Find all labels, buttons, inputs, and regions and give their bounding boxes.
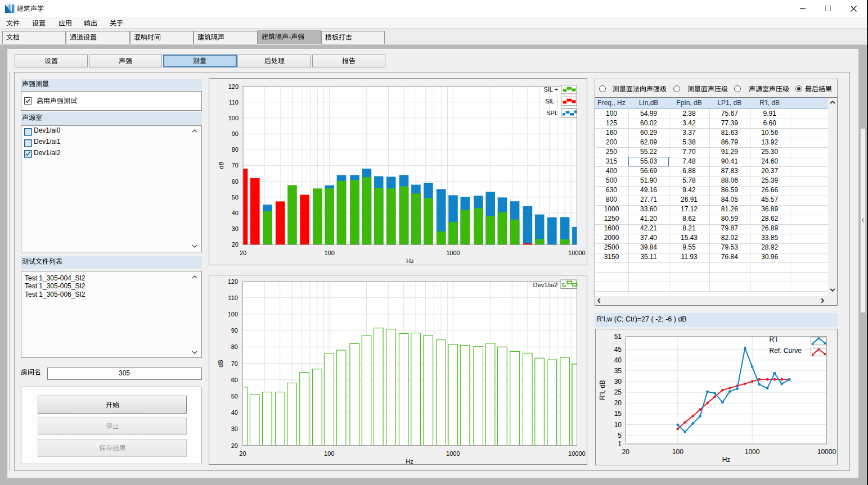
- svg-text:30: 30: [232, 225, 239, 232]
- svg-text:50: 50: [231, 392, 238, 399]
- svg-text:120: 120: [228, 83, 239, 90]
- svg-text:R'I, dB: R'I, dB: [599, 380, 606, 400]
- svg-text:SIL +: SIL +: [543, 86, 558, 93]
- svg-text:30: 30: [614, 377, 622, 385]
- svg-text:Hz: Hz: [722, 456, 731, 464]
- svg-text:70: 70: [231, 360, 238, 366]
- svg-text:10000: 10000: [817, 448, 836, 456]
- svg-text:10000: 10000: [568, 450, 586, 456]
- svg-text:Ref. Curve: Ref. Curve: [770, 347, 802, 355]
- svg-text:80: 80: [232, 146, 239, 153]
- svg-text:110: 110: [228, 99, 239, 106]
- svg-text:Hz: Hz: [406, 457, 413, 464]
- svg-text:110: 110: [228, 294, 238, 301]
- svg-text:10: 10: [614, 420, 622, 428]
- svg-text:5: 5: [618, 431, 622, 439]
- svg-text:Dev1/ai2: Dev1/ai2: [533, 282, 557, 288]
- svg-text:SPL: SPL: [546, 110, 558, 116]
- svg-text:70: 70: [232, 162, 239, 169]
- svg-text:60: 60: [231, 376, 238, 383]
- svg-text:40: 40: [232, 210, 239, 216]
- svg-text:15: 15: [614, 410, 622, 418]
- svg-text:40: 40: [614, 356, 622, 364]
- svg-text:45: 45: [614, 345, 622, 353]
- svg-text:90: 90: [231, 327, 238, 334]
- svg-text:120: 120: [228, 278, 238, 284]
- svg-text:1000: 1000: [745, 448, 760, 456]
- svg-text:1000: 1000: [446, 250, 460, 256]
- svg-text:100: 100: [228, 115, 239, 121]
- svg-text:1000: 1000: [446, 450, 460, 456]
- svg-text:Hz: Hz: [406, 257, 413, 264]
- svg-text:50: 50: [232, 194, 239, 201]
- svg-text:R'I: R'I: [770, 336, 777, 343]
- svg-text:20: 20: [231, 442, 238, 448]
- svg-text:80: 80: [231, 343, 238, 350]
- svg-text:51: 51: [614, 332, 622, 340]
- svg-text:100: 100: [324, 450, 334, 456]
- svg-text:90: 90: [232, 130, 239, 137]
- svg-text:60: 60: [232, 178, 239, 185]
- svg-text:20: 20: [239, 450, 246, 456]
- svg-text:20: 20: [622, 448, 630, 456]
- svg-text:25: 25: [614, 388, 622, 396]
- svg-text:dB: dB: [218, 161, 224, 169]
- svg-text:20: 20: [614, 399, 622, 407]
- svg-text:dB: dB: [217, 360, 224, 367]
- svg-text:100: 100: [228, 310, 238, 317]
- svg-text:20: 20: [240, 250, 246, 256]
- svg-text:20: 20: [232, 241, 239, 248]
- svg-text:30: 30: [231, 425, 238, 432]
- svg-text:SIL -: SIL -: [545, 98, 558, 105]
- svg-text:100: 100: [672, 448, 683, 456]
- svg-text:40: 40: [231, 409, 238, 416]
- svg-text:35: 35: [614, 366, 622, 374]
- svg-text:1: 1: [618, 439, 622, 447]
- svg-text:100: 100: [325, 250, 335, 256]
- svg-text:10000: 10000: [568, 250, 586, 256]
